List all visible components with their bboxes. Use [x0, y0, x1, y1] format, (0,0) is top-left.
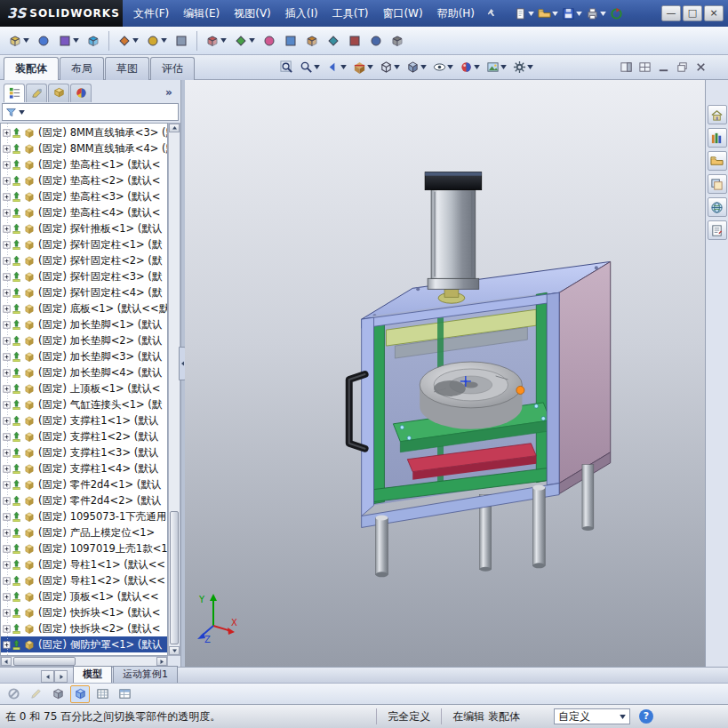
tree-item[interactable]: (固定) 导柱1<2> (默认<<	[1, 572, 167, 588]
scroll-down-button[interactable]	[169, 646, 180, 655]
minimize-button[interactable]: —	[661, 5, 681, 21]
tree-item[interactable]: (固定) 支撑柱1<1> (默认	[1, 412, 167, 428]
insert-components-button[interactable]	[5, 31, 32, 51]
scroll-left-button[interactable]	[1, 657, 12, 666]
print-button[interactable]	[585, 6, 607, 21]
chevron-down-icon[interactable]	[474, 65, 480, 69]
expand-icon[interactable]	[3, 289, 12, 297]
zoom-area-button[interactable]	[298, 60, 322, 75]
interference-detection-button[interactable]	[345, 31, 364, 51]
section-view-button[interactable]	[351, 60, 375, 75]
menu-item-3[interactable]: 插入(I)	[278, 0, 325, 27]
expand-icon[interactable]	[3, 353, 12, 361]
chevron-down-icon[interactable]	[23, 38, 29, 43]
tree-item[interactable]: (固定) 垫高柱<1> (默认<	[1, 156, 167, 172]
tree-item[interactable]: (固定) 快拆块<2> (默认<	[1, 620, 167, 636]
chevron-down-icon[interactable]	[576, 12, 582, 16]
display-manager-tab[interactable]	[70, 84, 92, 102]
simulation-grid-button[interactable]	[92, 685, 112, 703]
expand-icon[interactable]	[3, 545, 12, 553]
chevron-down-icon[interactable]	[420, 65, 427, 69]
chevron-down-icon[interactable]	[500, 65, 507, 69]
tab-scroll-left-button[interactable]	[41, 670, 54, 683]
expand-icon[interactable]	[3, 593, 12, 601]
tree-item[interactable]: (固定) 8MM直线轴承<3> (默	[1, 124, 167, 140]
tree-vertical-scrollbar[interactable]	[168, 123, 180, 656]
expand-icon[interactable]	[3, 145, 12, 153]
chevron-down-icon[interactable]	[600, 12, 606, 16]
tree-item[interactable]: (固定) 产品上模定位<1>	[1, 524, 167, 540]
component-filter[interactable]	[2, 103, 179, 121]
panel-overflow-button[interactable]: »	[161, 86, 177, 99]
expand-icon[interactable]	[3, 401, 12, 409]
tree-item[interactable]: (固定) 支撑柱1<3> (默认	[1, 444, 167, 460]
menu-item-5[interactable]: 窗口(W)	[375, 0, 429, 27]
isolate-button[interactable]	[4, 685, 23, 703]
view-orientation-button[interactable]	[378, 60, 402, 75]
chevron-down-icon[interactable]	[73, 38, 79, 43]
menu-item-0[interactable]: 文件(F)	[126, 0, 176, 27]
expand-icon[interactable]	[3, 257, 12, 265]
expand-icon[interactable]	[3, 193, 12, 201]
expand-icon[interactable]	[3, 497, 12, 505]
assembly-model[interactable]	[185, 80, 705, 667]
model-interior[interactable]	[372, 292, 551, 572]
expand-icon[interactable]	[3, 465, 12, 473]
exploded-view-button[interactable]	[302, 31, 322, 51]
restore-pane-button[interactable]	[674, 60, 690, 75]
tree-item[interactable]: (固定) 1097019上壳1款<1	[1, 540, 167, 556]
measure-button[interactable]	[366, 31, 386, 51]
expand-icon[interactable]	[3, 609, 12, 617]
explode-line-sketch-button[interactable]	[324, 31, 343, 51]
tree-item[interactable]: (固定) 支撑柱1<2> (默认	[1, 428, 167, 444]
new-motion-study-button[interactable]	[260, 31, 279, 51]
model-product[interactable]	[420, 362, 522, 429]
expand-icon[interactable]	[3, 225, 12, 233]
previous-view-button[interactable]	[324, 60, 348, 75]
expand-icon[interactable]	[3, 417, 12, 425]
tree-filter-input[interactable]	[27, 105, 175, 119]
evaluate-table-button[interactable]	[115, 685, 134, 703]
expand-icon[interactable]	[3, 209, 12, 217]
tab-1[interactable]: 布局	[60, 57, 104, 80]
view-settings-button[interactable]	[511, 60, 535, 75]
show-display-pane-button[interactable]	[618, 60, 634, 75]
expand-icon[interactable]	[3, 321, 12, 329]
tab-scroll-right-button[interactable]	[54, 670, 68, 683]
expand-icon[interactable]	[3, 337, 12, 345]
model-air-cylinder[interactable]	[425, 172, 482, 304]
expand-icon[interactable]	[3, 561, 12, 569]
expand-icon[interactable]	[3, 161, 12, 169]
graphics-area[interactable]: Y X Z	[185, 80, 705, 667]
chevron-down-icon[interactable]	[132, 38, 139, 43]
expand-icon[interactable]	[3, 177, 12, 185]
tree-item[interactable]: (固定) 探针固定柱<4> (默	[1, 284, 167, 300]
chevron-down-icon[interactable]	[161, 38, 167, 43]
show-hidden-components-button[interactable]	[172, 31, 191, 51]
expand-icon[interactable]	[3, 433, 12, 441]
edit-appearance-button[interactable]	[458, 60, 482, 75]
chevron-down-icon[interactable]	[447, 65, 453, 69]
chevron-down-icon[interactable]	[367, 65, 373, 69]
design-library-button[interactable]	[708, 128, 727, 148]
chevron-down-icon[interactable]	[249, 38, 255, 43]
minimize-pane-button[interactable]	[655, 60, 671, 75]
expand-icon[interactable]	[3, 369, 12, 377]
chevron-down-icon[interactable]	[528, 12, 534, 16]
custom-dropdown[interactable]: 自定义	[554, 708, 630, 724]
edit-component-button[interactable]	[26, 685, 45, 703]
move-component-button[interactable]	[115, 31, 141, 51]
tree-item[interactable]: (固定) 零件2d4<1> (默认	[1, 476, 167, 492]
model-orange-knob[interactable]	[516, 386, 524, 394]
tree-item[interactable]: (固定) 加长垫脚<4> (默认	[1, 364, 167, 380]
feature-manager-tab[interactable]	[4, 84, 25, 102]
property-manager-tab[interactable]	[26, 84, 47, 102]
expand-icon[interactable]	[3, 641, 12, 649]
tree-item[interactable]: (固定) 垫高柱<3> (默认<	[1, 188, 167, 204]
smart-fasteners-button[interactable]	[84, 31, 103, 51]
chevron-down-icon[interactable]	[340, 65, 347, 69]
tree-item[interactable]: (固定) 垫高柱<2> (默认<	[1, 172, 167, 188]
linear-component-pattern-button[interactable]	[55, 31, 82, 51]
expand-icon[interactable]	[3, 385, 12, 393]
pin-icon[interactable]	[482, 4, 500, 22]
